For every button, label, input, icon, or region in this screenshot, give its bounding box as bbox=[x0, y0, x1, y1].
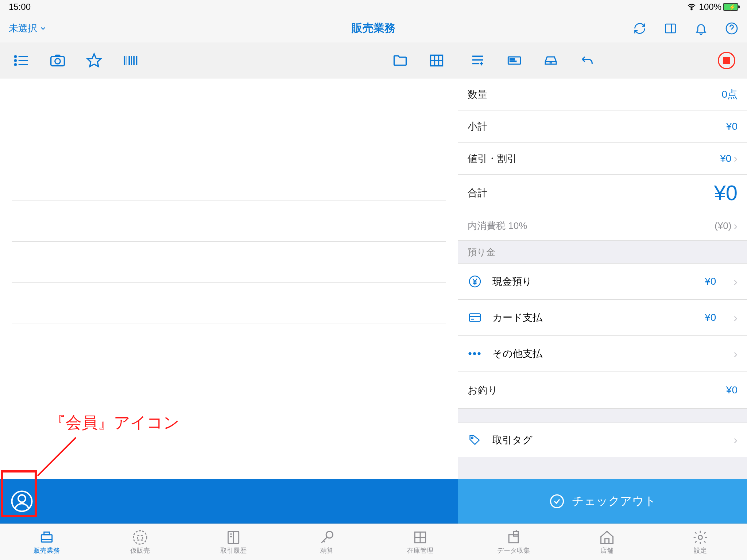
main-split: 数量 0点 小計 ¥0 値引・割引 ¥0 › 合計 ¥0 内消費税 10% bbox=[0, 43, 747, 524]
change-row: お釣り ¥0 bbox=[458, 372, 747, 408]
list-item[interactable] bbox=[12, 201, 446, 242]
tab-inventory[interactable]: 在庫管理 bbox=[374, 524, 467, 560]
tabbar: 販売業務 仮販売 取引履歴 精算 在庫管理 データ収集 店舗 設定 bbox=[0, 524, 747, 560]
svg-rect-30 bbox=[508, 57, 520, 64]
card-row[interactable]: カード支払 ¥0 › bbox=[458, 300, 747, 336]
tab-settlement[interactable]: 精算 bbox=[280, 524, 374, 560]
tag-row[interactable]: 取引タグ › bbox=[458, 423, 747, 457]
bell-icon[interactable] bbox=[694, 22, 708, 35]
discount-value: ¥0 bbox=[720, 153, 731, 164]
annotation-label: 『会員』アイコン bbox=[50, 412, 179, 433]
help-icon[interactable] bbox=[725, 22, 738, 35]
change-value: ¥0 bbox=[726, 384, 738, 396]
refresh-icon[interactable] bbox=[633, 22, 646, 35]
cash-row[interactable]: 現金預り ¥0 › bbox=[458, 264, 747, 300]
left-pane bbox=[0, 43, 458, 524]
chevron-right-icon: › bbox=[734, 347, 738, 361]
quantity-row: 数量 0点 bbox=[458, 78, 747, 110]
tab-settings[interactable]: 設定 bbox=[654, 524, 747, 560]
quantity-label: 数量 bbox=[468, 88, 487, 101]
tab-label: データ収集 bbox=[497, 546, 530, 555]
svg-rect-41 bbox=[41, 534, 52, 542]
tab-label: 取引履歴 bbox=[220, 546, 247, 555]
svg-point-58 bbox=[698, 535, 703, 539]
receipt-icon[interactable] bbox=[506, 53, 522, 68]
other-pay-row[interactable]: ••• その他支払 › bbox=[458, 336, 747, 372]
tab-label: 設定 bbox=[694, 546, 707, 555]
list-item[interactable] bbox=[12, 160, 446, 201]
cash-value: ¥0 bbox=[705, 276, 716, 287]
tab-sales[interactable]: 販売業務 bbox=[0, 524, 93, 560]
camera-icon[interactable] bbox=[50, 52, 66, 69]
grid-icon[interactable] bbox=[429, 52, 445, 69]
tab-data[interactable]: データ収集 bbox=[467, 524, 560, 560]
svg-point-50 bbox=[326, 531, 333, 538]
list-item[interactable] bbox=[12, 78, 446, 119]
check-circle-icon bbox=[549, 494, 565, 509]
right-toolbar bbox=[458, 43, 747, 78]
card-value: ¥0 bbox=[705, 312, 716, 323]
svg-rect-15 bbox=[129, 56, 130, 65]
list-item[interactable] bbox=[12, 364, 446, 405]
status-time: 15:00 bbox=[9, 2, 31, 12]
nav-header: 未選択 販売業務 bbox=[0, 14, 747, 43]
tab-pending[interactable]: 仮販売 bbox=[93, 524, 187, 560]
selector-dropdown[interactable]: 未選択 bbox=[9, 22, 47, 35]
chevron-right-icon: › bbox=[734, 219, 738, 233]
discount-label: 値引・割引 bbox=[468, 152, 517, 165]
yen-circle-icon bbox=[468, 275, 482, 288]
svg-point-9 bbox=[15, 64, 16, 65]
member-bar[interactable] bbox=[0, 479, 458, 524]
chevron-right-icon: › bbox=[734, 152, 738, 165]
list-item[interactable] bbox=[12, 119, 446, 160]
annotation-highlight-box bbox=[1, 470, 37, 517]
subtotal-value: ¥0 bbox=[726, 121, 738, 132]
svg-rect-13 bbox=[124, 56, 125, 65]
discount-row[interactable]: 値引・割引 ¥0 › bbox=[458, 143, 747, 175]
tab-label: 精算 bbox=[320, 546, 333, 555]
tag-label: 取引タグ bbox=[492, 433, 721, 447]
tax-value: (¥0) bbox=[715, 220, 731, 232]
tab-history[interactable]: 取引履歴 bbox=[187, 524, 280, 560]
total-label: 合計 bbox=[468, 186, 487, 199]
barcode-icon[interactable] bbox=[123, 52, 139, 69]
list-item[interactable] bbox=[12, 283, 446, 323]
right-pane: 数量 0点 小計 ¥0 値引・割引 ¥0 › 合計 ¥0 内消費税 10% bbox=[458, 43, 747, 524]
register-dashed-icon bbox=[132, 529, 148, 545]
tab-store[interactable]: 店舗 bbox=[560, 524, 654, 560]
svg-rect-42 bbox=[44, 532, 50, 534]
undo-icon[interactable] bbox=[579, 53, 595, 68]
credit-card-icon bbox=[468, 312, 482, 323]
cash-label: 現金預り bbox=[492, 275, 694, 288]
svg-rect-1 bbox=[666, 24, 676, 33]
battery-icon: ⚡ bbox=[723, 3, 738, 11]
add-line-icon[interactable] bbox=[470, 53, 486, 68]
tax-row[interactable]: 内消費税 10% (¥0) › bbox=[458, 211, 747, 240]
list-item[interactable] bbox=[12, 242, 446, 283]
drawer-icon[interactable] bbox=[543, 53, 559, 68]
chevron-right-icon: › bbox=[734, 433, 738, 447]
svg-rect-16 bbox=[131, 56, 132, 65]
tab-label: 在庫管理 bbox=[407, 546, 433, 555]
record-button[interactable] bbox=[718, 52, 735, 69]
other-label: その他支払 bbox=[492, 347, 721, 360]
checkout-button[interactable]: チェックアウト bbox=[458, 479, 747, 524]
svg-rect-45 bbox=[138, 535, 143, 540]
svg-rect-36 bbox=[469, 314, 480, 322]
change-label: お釣り bbox=[468, 384, 498, 397]
star-icon[interactable] bbox=[86, 52, 102, 69]
list-icon[interactable] bbox=[13, 52, 29, 69]
total-row: 合計 ¥0 bbox=[458, 175, 747, 211]
list-item[interactable] bbox=[12, 323, 446, 364]
split-view-icon[interactable] bbox=[664, 22, 677, 35]
gear-icon bbox=[692, 529, 708, 545]
tab-label: 店舗 bbox=[600, 546, 614, 555]
svg-rect-18 bbox=[136, 56, 138, 65]
folder-icon[interactable] bbox=[392, 52, 408, 69]
left-toolbar bbox=[0, 43, 458, 78]
quantity-value: 0点 bbox=[721, 88, 738, 101]
register-icon bbox=[39, 529, 55, 545]
status-bar: 15:00 100% ⚡ bbox=[0, 0, 747, 14]
battery-percent: 100% bbox=[699, 2, 721, 12]
svg-point-0 bbox=[691, 9, 692, 10]
